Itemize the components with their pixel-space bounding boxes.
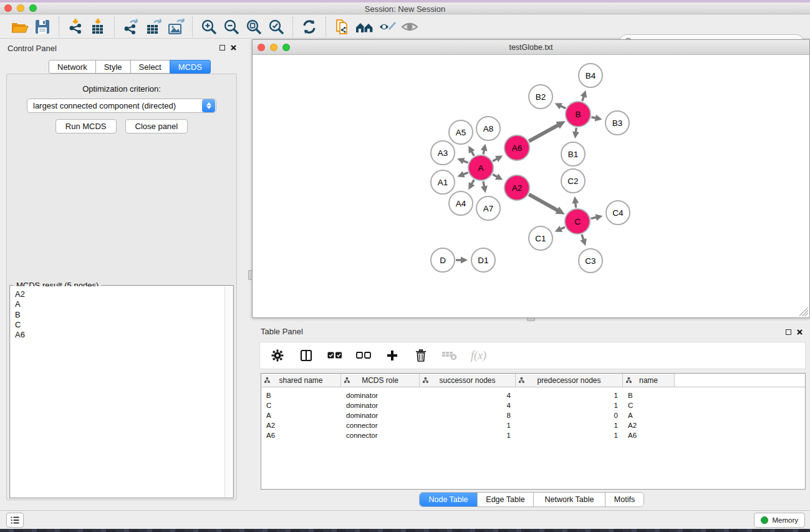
result-item[interactable]: C (15, 320, 233, 330)
network-canvas[interactable]: A5A8A3AA1A4A7A6A2BB2B4B3B1C2CC1C4C3DD1 (253, 55, 809, 317)
result-item[interactable]: B (15, 310, 233, 320)
graph-node-A5[interactable]: A5 (449, 120, 473, 144)
column-header-name[interactable]: name (623, 374, 675, 387)
cell-shared-name[interactable]: A (261, 410, 341, 420)
cell-name[interactable]: C (623, 400, 675, 410)
cell-MCDS-role[interactable]: connector (341, 430, 420, 440)
deselect-all-button[interactable] (356, 348, 371, 363)
cell-successor-nodes[interactable]: 8 (420, 410, 516, 420)
cell-name[interactable]: A6 (623, 430, 675, 440)
cell-successor-nodes[interactable]: 1 (420, 420, 516, 430)
zoom-out-button[interactable] (220, 16, 243, 37)
table-row[interactable]: A2connector11A2 (261, 420, 805, 430)
table-row[interactable]: Bdominator41B (261, 390, 805, 400)
graph-node-B3[interactable]: B3 (605, 111, 629, 135)
tab-mcds[interactable]: MCDS (170, 60, 211, 74)
tab-select[interactable]: Select (130, 60, 170, 74)
close-panel-button[interactable]: Close panel (125, 119, 188, 133)
graph-edge-A6-B[interactable] (529, 123, 561, 142)
memory-button[interactable]: Memory (754, 513, 805, 528)
table-row[interactable]: Adominator80A (261, 410, 805, 420)
result-item[interactable]: A2 (15, 289, 233, 299)
result-item[interactable]: A6 (15, 330, 233, 340)
float-table-panel-icon[interactable] (786, 329, 791, 335)
show-columns-button[interactable] (299, 348, 314, 363)
dropdown-stepper[interactable] (202, 99, 215, 112)
tab-network[interactable]: Network (49, 60, 96, 74)
graphics-details-button[interactable] (376, 16, 398, 37)
graph-node-B4[interactable]: B4 (579, 64, 602, 87)
network-window-titlebar[interactable]: testGlobe.txt (253, 40, 809, 55)
graph-node-A3[interactable]: A3 (431, 141, 455, 165)
float-panel-icon[interactable] (219, 45, 225, 51)
graph-node-C[interactable]: C (565, 209, 590, 234)
import-network-button[interactable] (64, 16, 87, 37)
save-session-button[interactable] (31, 16, 54, 37)
cell-predecessor-nodes[interactable]: 0 (516, 410, 623, 420)
graph-node-A6[interactable]: A6 (504, 135, 529, 160)
result-item[interactable]: A (15, 299, 233, 309)
graph-node-B[interactable]: B (566, 102, 591, 127)
graph-node-C3[interactable]: C3 (579, 249, 602, 273)
graph-node-A[interactable]: A (468, 155, 493, 180)
import-table-button[interactable] (87, 16, 109, 37)
graph-node-D[interactable]: D (431, 248, 455, 272)
zoom-in-button[interactable] (198, 16, 220, 37)
cell-MCDS-role[interactable]: connector (341, 420, 420, 430)
cell-predecessor-nodes[interactable]: 1 (516, 420, 623, 430)
tab-style[interactable]: Style (95, 60, 131, 74)
home-button[interactable] (354, 16, 376, 37)
table-row[interactable]: Cdominator41C (261, 400, 805, 410)
tab-motifs[interactable]: Motifs (605, 493, 644, 506)
graph-node-A7[interactable]: A7 (476, 196, 500, 220)
result-scrollbar[interactable] (224, 286, 233, 497)
optimization-criterion-dropdown[interactable]: largest connected component (directed) (27, 99, 216, 113)
graph-node-C1[interactable]: C1 (529, 226, 552, 250)
table-row[interactable]: A6connector11A6 (261, 430, 805, 440)
export-network-button[interactable] (120, 16, 142, 37)
cell-name[interactable]: A (623, 410, 675, 420)
cell-shared-name[interactable]: A6 (261, 430, 341, 440)
cell-successor-nodes[interactable]: 4 (420, 390, 516, 400)
graph-node-A1[interactable]: A1 (431, 170, 455, 194)
zoom-selected-button[interactable] (265, 16, 287, 37)
cell-predecessor-nodes[interactable]: 1 (516, 400, 623, 410)
clone-network-button[interactable] (331, 16, 354, 37)
open-session-button[interactable] (9, 16, 31, 37)
table-settings-button[interactable] (270, 348, 285, 363)
column-header-shared-name[interactable]: shared name (261, 374, 341, 387)
cell-shared-name[interactable]: A2 (261, 420, 341, 430)
export-image-button[interactable] (165, 16, 187, 37)
graph-node-A2[interactable]: A2 (504, 175, 529, 200)
close-table-panel-icon[interactable] (796, 329, 803, 336)
resize-grip-icon[interactable] (799, 307, 808, 316)
export-table-button[interactable] (142, 16, 165, 37)
task-history-button[interactable] (6, 513, 24, 528)
cell-predecessor-nodes[interactable]: 1 (516, 430, 623, 440)
add-column-button[interactable] (385, 348, 400, 363)
cell-name[interactable]: B (623, 390, 675, 400)
graph-node-D1[interactable]: D1 (471, 248, 495, 272)
tab-edge-table[interactable]: Edge Table (477, 493, 533, 506)
graph-edge-A2-C[interactable] (529, 195, 561, 212)
graph-node-C2[interactable]: C2 (561, 169, 585, 193)
tab-network-table[interactable]: Network Table (533, 493, 605, 506)
run-mcds-button[interactable]: Run MCDS (55, 119, 117, 133)
graph-node-B1[interactable]: B1 (561, 142, 585, 166)
graph-node-B2[interactable]: B2 (529, 85, 552, 109)
cell-MCDS-role[interactable]: dominator (341, 400, 420, 410)
cell-successor-nodes[interactable]: 1 (420, 430, 516, 440)
function-builder-button[interactable]: f(x) (471, 348, 486, 363)
mcds-result-list[interactable]: A2ABCA6 (11, 286, 233, 497)
delete-table-button[interactable] (442, 348, 457, 363)
column-header-successor-nodes[interactable]: successor nodes (420, 374, 516, 387)
refresh-button[interactable] (298, 16, 321, 37)
graph-node-A8[interactable]: A8 (476, 117, 500, 140)
close-panel-icon[interactable] (230, 44, 237, 51)
cell-shared-name[interactable]: B (261, 390, 341, 400)
tab-node-table[interactable]: Node Table (420, 493, 477, 506)
zoom-fit-button[interactable] (243, 16, 265, 37)
delete-column-button[interactable] (413, 348, 428, 363)
graph-node-A4[interactable]: A4 (449, 191, 473, 215)
cell-successor-nodes[interactable]: 4 (420, 400, 516, 410)
